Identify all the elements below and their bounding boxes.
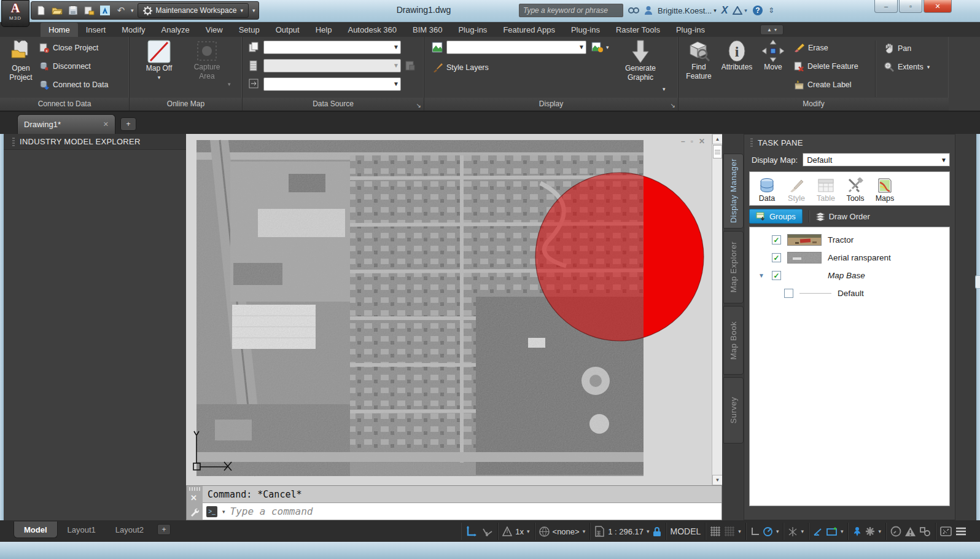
settings-gear-icon[interactable] xyxy=(865,526,875,536)
map-base-checkbox[interactable]: ✓ xyxy=(772,271,781,280)
find-feature-button[interactable]: Find Feature xyxy=(682,39,715,81)
undo-dropdown[interactable]: ▾ xyxy=(131,7,134,14)
extents-button[interactable]: Extents ▾ xyxy=(884,61,930,72)
groups-button[interactable]: Groups xyxy=(749,209,803,224)
viewport-minimize-icon[interactable]: – xyxy=(681,137,685,146)
aerial-checkbox[interactable]: ✓ xyxy=(772,253,781,262)
exchange-apps-icon[interactable]: X xyxy=(721,5,728,16)
ribbon-minimize-button[interactable]: ▲▾ xyxy=(760,25,784,35)
snap-mode-icon[interactable] xyxy=(481,525,493,538)
display-map-dropdown[interactable]: Default ▼ xyxy=(803,153,950,166)
display-launcher-icon[interactable]: ↘ xyxy=(671,102,675,109)
document-tab-drawing1[interactable]: Drawing1* ✕ xyxy=(17,114,115,134)
viewport-restore-icon[interactable]: ▫ xyxy=(691,137,693,146)
feature-class-icon[interactable] xyxy=(249,79,260,88)
layer-row-aerial[interactable]: ✓ Aerial ransparent xyxy=(750,249,949,267)
qat-customize-dropdown[interactable]: ▾ xyxy=(252,7,255,14)
move-button[interactable]: Move xyxy=(758,39,788,72)
attributes-button[interactable]: i Attributes xyxy=(717,39,757,72)
default-checkbox[interactable]: ✓ xyxy=(784,289,793,298)
table-button[interactable]: Table xyxy=(812,177,839,203)
document-tab-close-icon[interactable]: ✕ xyxy=(103,120,109,128)
scrollbar-thumb[interactable] xyxy=(713,145,722,158)
new-document-tab-button[interactable]: + xyxy=(120,117,136,131)
delete-feature-button[interactable]: Delete Feature xyxy=(794,61,858,71)
tab-plugins-1[interactable]: Plug-ins xyxy=(450,23,495,37)
clean-screen-icon[interactable] xyxy=(940,526,952,536)
tab-raster-tools[interactable]: Raster Tools xyxy=(608,23,668,37)
command-prompt-text[interactable]: Type a command xyxy=(230,506,313,517)
tab-featured-apps[interactable]: Featured Apps xyxy=(495,23,563,37)
layout1-tab[interactable]: Layout1 xyxy=(58,522,106,538)
isolate-objects-icon[interactable] xyxy=(919,526,931,537)
display-style-combo[interactable]: ▼ xyxy=(446,41,586,54)
workspace-switcher[interactable]: Maintenance Workspace ▾ xyxy=(138,3,249,18)
disconnect-button[interactable]: Disconnect xyxy=(39,61,91,71)
tab-modify[interactable]: Modify xyxy=(114,23,153,37)
tab-insert[interactable]: Insert xyxy=(78,23,114,37)
infer-constraints-icon[interactable] xyxy=(465,525,478,538)
pan-button[interactable]: Pan xyxy=(884,43,911,53)
viewport-scrollbar[interactable]: ▲ ▼ xyxy=(712,134,722,485)
side-tab-map-book[interactable]: Map Book xyxy=(723,306,744,375)
isodraft-group[interactable]: ▾ xyxy=(783,523,808,540)
close-button[interactable]: ✕ xyxy=(924,0,952,13)
annotation-monitor-group[interactable]: ▾ xyxy=(847,523,885,540)
copy-datasource-icon[interactable] xyxy=(249,42,260,53)
annotation-scale-group[interactable]: 1x ▾ xyxy=(497,523,534,540)
capture-area-button[interactable]: Capture Area xyxy=(188,39,226,81)
osnap-dyninput-group[interactable]: ▾ xyxy=(808,523,848,540)
model-tab[interactable]: Model xyxy=(14,522,58,538)
side-tab-display-manager[interactable]: Display Manager xyxy=(723,154,744,229)
wrench-icon[interactable] xyxy=(190,507,200,517)
customize-menu-icon[interactable] xyxy=(955,526,967,536)
scroll-up-icon[interactable]: ▲ xyxy=(712,134,723,144)
tab-help[interactable]: Help xyxy=(308,23,340,37)
geolocation-group[interactable]: <none> ▾ xyxy=(534,523,590,540)
layer-row-map-base[interactable]: ▼ ✓ Map Base xyxy=(750,267,949,284)
command-recent-dropdown[interactable]: ▾ xyxy=(222,509,225,515)
tab-plugins-3[interactable]: Plug-ins xyxy=(668,23,713,37)
signed-in-user[interactable]: Brigitte.Koest... ▾ xyxy=(658,6,717,15)
lock-icon[interactable] xyxy=(653,526,661,537)
command-input-line[interactable]: >_ ▾ Type a command xyxy=(203,503,721,520)
tractor-checkbox[interactable]: ✓ xyxy=(772,235,781,244)
draw-order-button[interactable]: Draw Order xyxy=(815,212,870,221)
restore-button[interactable]: ▫ xyxy=(899,0,922,13)
save-button[interactable] xyxy=(67,4,79,17)
undo-button[interactable]: ↶ xyxy=(115,4,127,17)
add-style-dropdown[interactable]: ▾ xyxy=(606,44,609,50)
infocenter-toggle-icon[interactable]: ⇕ xyxy=(768,6,774,15)
open-project-button[interactable]: Open Project xyxy=(5,39,37,82)
style-layers-button[interactable]: Style Layers xyxy=(433,63,489,72)
help-icon[interactable]: ? xyxy=(752,5,763,16)
command-prompt-icon[interactable]: >_ xyxy=(206,506,217,517)
industry-model-explorer-header[interactable]: INDUSTRY MODEL EXPLORER xyxy=(4,134,186,150)
schema-icon[interactable] xyxy=(249,60,259,71)
erase-button[interactable]: Erase xyxy=(794,43,828,52)
tab-plugins-2[interactable]: Plug-ins xyxy=(563,23,608,37)
expander-icon[interactable]: ▼ xyxy=(758,272,766,279)
task-pane-header[interactable]: TASK PANE xyxy=(744,135,955,150)
tab-home[interactable]: Home xyxy=(41,23,78,37)
command-window-grip[interactable]: ✕ xyxy=(187,486,203,520)
data-button[interactable]: Data xyxy=(753,177,780,203)
scroll-down-icon[interactable]: ▼ xyxy=(712,475,723,485)
warning-icon[interactable] xyxy=(904,526,916,537)
layer-row-default[interactable]: ✓ Default xyxy=(750,284,949,302)
new-layout-button[interactable]: + xyxy=(157,524,171,535)
viewport-close-icon[interactable]: ✕ xyxy=(699,137,705,146)
close-project-button[interactable]: x Close Project xyxy=(39,43,98,53)
tools-button[interactable]: Tools xyxy=(842,177,869,203)
ortho-polar-group[interactable]: ▾ xyxy=(745,523,784,540)
create-label-button[interactable]: Create Label xyxy=(794,80,852,90)
communication-center-icon[interactable]: ▾ xyxy=(733,6,747,15)
search-input[interactable] xyxy=(519,4,623,17)
frame-collapse-handle[interactable] xyxy=(975,275,980,289)
style-button[interactable]: Style xyxy=(783,177,810,203)
connect-to-data-button[interactable]: Connect to Data xyxy=(39,80,108,90)
minimize-button[interactable]: – xyxy=(874,0,898,13)
data-source-launcher-icon[interactable]: ↘ xyxy=(416,102,421,109)
grid-group[interactable]: ▾ xyxy=(705,523,745,540)
side-tab-map-explorer[interactable]: Map Explorer xyxy=(723,231,744,303)
